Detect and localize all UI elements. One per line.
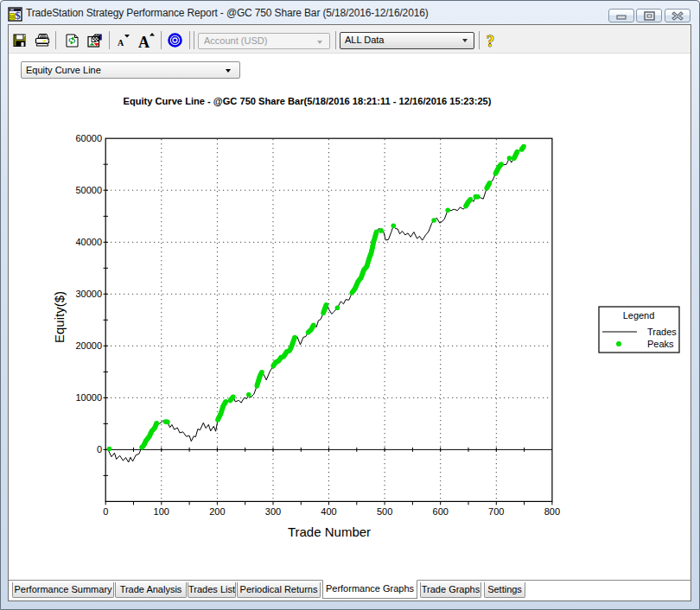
svg-text:0: 0 xyxy=(103,506,108,517)
svg-text:50000: 50000 xyxy=(75,185,102,195)
svg-text:500: 500 xyxy=(377,506,392,517)
svg-text:20000: 20000 xyxy=(75,340,102,351)
svg-text:Trades: Trades xyxy=(647,327,677,337)
svg-text:Equity Curve Line - @GC 750 Sh: Equity Curve Line - @GC 750 Share Bar(5/… xyxy=(124,96,492,106)
svg-text:400: 400 xyxy=(321,506,336,517)
svg-text:700: 700 xyxy=(488,506,504,517)
svg-text:0: 0 xyxy=(97,444,102,454)
svg-text:10000: 10000 xyxy=(75,392,102,403)
svg-text:30000: 30000 xyxy=(75,289,102,299)
svg-text:40000: 40000 xyxy=(75,237,102,247)
svg-text:600: 600 xyxy=(433,506,449,517)
svg-text:Legend: Legend xyxy=(623,310,655,321)
svg-text:200: 200 xyxy=(209,506,225,517)
svg-text:Peaks: Peaks xyxy=(647,339,674,349)
svg-text:100: 100 xyxy=(154,506,169,517)
svg-text:800: 800 xyxy=(544,506,560,517)
svg-text:60000: 60000 xyxy=(75,133,102,143)
svg-text:Equity($): Equity($) xyxy=(52,291,67,343)
svg-text:Trade Number: Trade Number xyxy=(288,524,371,539)
svg-text:300: 300 xyxy=(265,506,281,517)
